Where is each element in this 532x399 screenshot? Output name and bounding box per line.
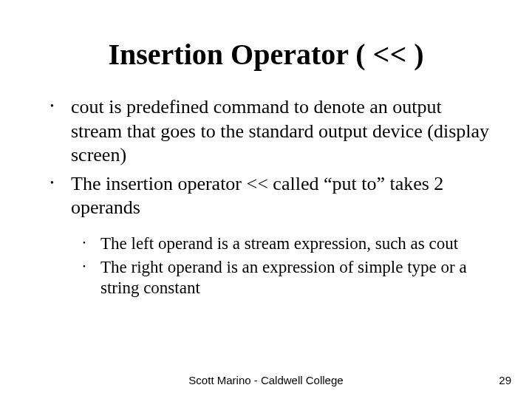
page-number: 29 [499,374,511,386]
slide-title: Insertion Operator ( << ) [37,37,495,72]
bullet-item: cout is predefined command to denote an … [50,95,495,168]
slide: Insertion Operator ( << ) cout is predef… [0,0,532,399]
sub-bullet-item: The left operand is a stream expression,… [83,233,495,254]
sub-bullet-list: The left operand is a stream expression,… [37,233,495,299]
bullet-item: The insertion operator << called “put to… [50,172,495,220]
sub-bullet-item: The right operand is an expression of si… [83,257,495,299]
footer-author: Scott Marino - Caldwell College [188,374,343,386]
main-bullet-list: cout is predefined command to denote an … [37,95,495,220]
